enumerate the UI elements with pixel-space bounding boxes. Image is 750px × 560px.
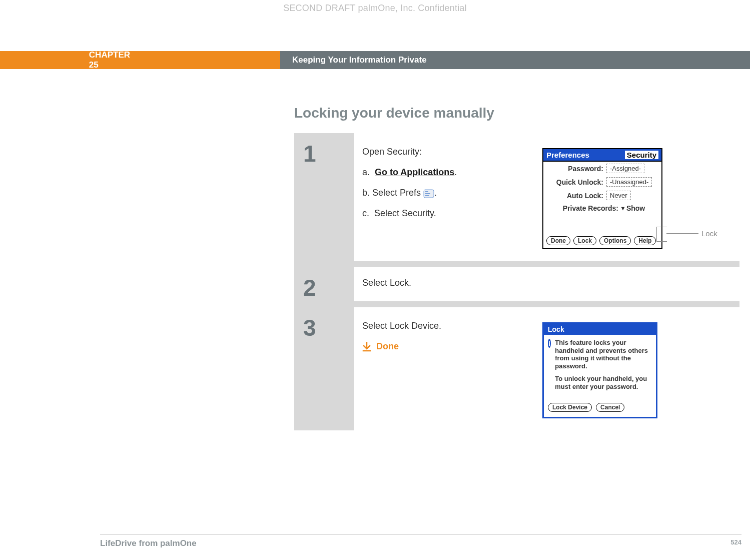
step-2-body: Select Lock. (354, 267, 739, 301)
prefs-icon (423, 189, 434, 198)
step-1-body: Open Security: a. Go to Applications. b.… (354, 133, 739, 261)
palm-lock-p1: This feature locks your handheld and pre… (555, 339, 652, 370)
chapter-title: Keeping Your Information Private (292, 55, 427, 65)
callout-line (666, 233, 698, 234)
chapter-title-container: Keeping Your Information Private (280, 51, 750, 69)
footer-product: LifeDrive from palmOne (100, 538, 197, 548)
footer-page-number: 524 (730, 538, 741, 548)
go-to-applications-link[interactable]: Go to Applications (375, 167, 454, 177)
palm-lock-text: This feature locks your handheld and pre… (555, 339, 652, 396)
page-footer: LifeDrive from palmOne 524 (100, 538, 741, 548)
palm-lock-p2: To unlock your handheld, you must enter … (555, 375, 652, 390)
step-1: 1 Open Security: a. Go to Applications. … (294, 133, 739, 267)
palm-done-button: Done (546, 236, 570, 245)
palm-lock-button: Lock (573, 236, 596, 245)
step-3-body: Select Lock Device. Done Lock i (354, 307, 739, 430)
confidential-watermark: SECOND DRAFT palmOne, Inc. Confidential (0, 3, 750, 14)
step-2: 2 Select Lock. (294, 267, 739, 307)
palm-row-password: Password: -Assigned- (543, 162, 661, 175)
cancel-button: Cancel (596, 403, 624, 412)
step-1-number: 1 (294, 133, 354, 261)
palm-prefs-titlebar: Preferences Security (543, 149, 661, 162)
info-icon: i (548, 339, 551, 348)
lock-device-button: Lock Device (548, 403, 592, 412)
palm-auto-value: Never (606, 191, 631, 200)
palm-help-button: Help (634, 236, 656, 245)
chapter-label-container: CHAPTER 25 (0, 51, 280, 69)
palm-prefs-title: Preferences (546, 151, 589, 159)
palm-row-private: Private Records: ▾ Show (543, 202, 661, 214)
step-1-screenshot: Preferences Security Password: -Assigned… (542, 145, 731, 249)
palm-quick-label: Quick Unlock: (546, 178, 606, 186)
step-3-instructions: Select Lock Device. Done (362, 319, 542, 418)
step-1-b-prefix: b. (362, 188, 370, 198)
palm-lock-title: Lock (544, 324, 656, 335)
step-3-number: 3 (294, 307, 354, 430)
svg-rect-2 (425, 193, 430, 194)
palm-password-value: -Assigned- (606, 164, 644, 173)
palm-quick-value: -Unassigned- (606, 177, 652, 187)
palm-lock-body: i This feature locks your handheld and p… (544, 335, 656, 400)
palm-private-label: Private Records: (546, 204, 621, 212)
palm-prefs-buttons: Done Lock Options Help (543, 233, 661, 248)
callout-label: Lock (701, 229, 717, 238)
palm-prefs-subtitle: Security (625, 151, 658, 159)
palm-options-button: Options (599, 236, 631, 245)
step-3-text: Select Lock Device. (362, 319, 542, 333)
step-1-b: b. Select Prefs . (362, 186, 542, 200)
palm-preferences-screenshot: Preferences Security Password: -Assigned… (542, 148, 662, 249)
footer-rule (100, 534, 741, 535)
lock-callout: Lock (666, 229, 717, 238)
step-1-lead: Open Security: (362, 145, 542, 159)
palm-password-label: Password: (546, 165, 606, 173)
chapter-label: CHAPTER 25 (0, 50, 130, 70)
done-label: Done (376, 340, 399, 353)
step-3: 3 Select Lock Device. Done Lock (294, 307, 739, 430)
step-1-a-suffix: . (454, 167, 457, 177)
step-3-screenshot: Lock i This feature locks your handheld … (542, 319, 731, 418)
step-1-c-prefix: c. (362, 208, 369, 218)
chapter-header-band: CHAPTER 25 Keeping Your Information Priv… (0, 51, 750, 69)
done-arrow-icon (362, 342, 371, 352)
svg-rect-3 (425, 195, 429, 196)
section-title: Locking your device manually (294, 105, 739, 121)
done-indicator: Done (362, 340, 542, 353)
step-1-b-after: . (434, 188, 437, 198)
steps-container: 1 Open Security: a. Go to Applications. … (294, 133, 739, 430)
step-1-instructions: Open Security: a. Go to Applications. b.… (362, 145, 542, 249)
palm-private-value: Show (626, 204, 645, 212)
step-1-b-before: Select Prefs (372, 188, 423, 198)
step-1-c-text: Select Security. (374, 208, 436, 218)
palm-row-quickunlock: Quick Unlock: -Unassigned- (543, 175, 661, 189)
palm-row-autolock: Auto Lock: Never (543, 189, 661, 202)
main-content: Locking your device manually 1 Open Secu… (294, 105, 739, 430)
step-2-text: Select Lock. (362, 276, 411, 292)
step-2-number: 2 (294, 267, 354, 301)
step-1-a-prefix: a. (362, 167, 370, 177)
svg-rect-1 (425, 191, 428, 192)
step-1-c: c. Select Security. (362, 207, 542, 220)
palm-lock-buttons: Lock Device Cancel (544, 400, 656, 417)
palm-auto-label: Auto Lock: (546, 192, 606, 200)
step-1-a: a. Go to Applications. (362, 166, 542, 179)
palm-lock-dialog: Lock i This feature locks your handheld … (542, 322, 657, 418)
